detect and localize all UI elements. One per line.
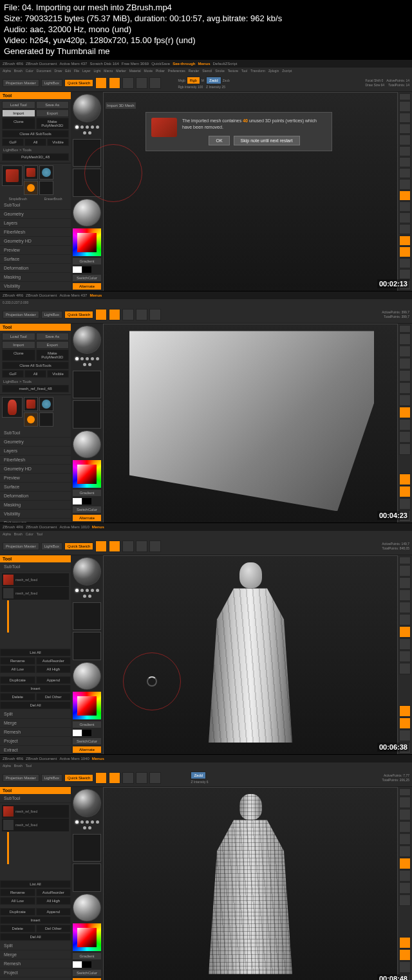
actual-icon[interactable]	[399, 124, 411, 134]
ok-button[interactable]: OK	[209, 136, 229, 145]
simplebrush-tool[interactable]	[24, 181, 38, 195]
import-tooltip: Import 3D Mesh	[106, 102, 136, 109]
load-tool-button[interactable]: Load Tool	[2, 101, 35, 109]
zadd-button[interactable]: Zadd	[206, 77, 221, 84]
tool-header[interactable]: Tool	[0, 92, 71, 99]
solo-icon[interactable]	[399, 269, 411, 279]
masking-menu[interactable]: Masking	[0, 273, 71, 282]
scale-icon[interactable]	[136, 77, 147, 89]
quicksketch-button[interactable]: Quick Sketch	[64, 79, 93, 87]
alternate-button[interactable]: Alternate	[73, 283, 101, 290]
right-toolbar	[398, 92, 412, 291]
sculpted-mesh-closeup	[129, 331, 374, 511]
frame-icon[interactable]	[399, 190, 411, 201]
floor-icon[interactable]	[399, 157, 411, 167]
save-as-button[interactable]: Save As	[36, 101, 70, 109]
preview-menu[interactable]: Preview	[0, 246, 71, 255]
stroke-dots[interactable]	[73, 124, 101, 137]
aahalf-icon[interactable]	[399, 134, 411, 145]
statue-sculpt	[202, 562, 299, 749]
gradient-button[interactable]: Gradient	[73, 258, 101, 264]
title-bar: ZBrush 4R6ZBrush DocumentActive Mem 437S…	[0, 60, 412, 68]
canvas[interactable]	[103, 324, 398, 522]
color-picker[interactable]	[73, 228, 101, 256]
eraserbrush-tool[interactable]	[39, 181, 53, 195]
swatch-secondary[interactable]	[82, 266, 91, 273]
close-subtools-button[interactable]: Close All SubTools	[2, 130, 69, 138]
subtool-menu[interactable]: SubTool	[0, 201, 71, 210]
tool-preview-main[interactable]	[2, 165, 23, 186]
file-info-header: File: 04. Importing our mesh into ZBrush…	[0, 0, 412, 59]
tool-panel: Tool Load ToolSave As ImportExport Clone…	[0, 92, 71, 291]
rotate-icon[interactable]	[399, 224, 411, 234]
dialog-mesh-icon	[151, 118, 177, 137]
statue-wireframe	[202, 794, 299, 980]
draw-icon[interactable]	[109, 77, 120, 89]
move-icon[interactable]	[399, 201, 411, 212]
fibermesh-menu[interactable]: FiberMesh	[0, 228, 71, 237]
skip-button[interactable]: Skip note until next restart	[234, 136, 300, 145]
import-dialog: The imported mesh containes 40 unused 3D…	[145, 112, 332, 151]
thumbnail-2: ZBrush 4R6ZBrush DocumentActive Mem 437M…	[0, 291, 412, 522]
deformation-menu[interactable]: Deformation	[0, 264, 71, 273]
switchcolor-button[interactable]: SwitchColor	[73, 275, 101, 281]
swatch-main[interactable]	[73, 266, 82, 273]
rgb-button[interactable]: Rgb	[187, 77, 200, 84]
subtool-item[interactable]: mesh_ref_fixed	[2, 587, 69, 600]
make-polymesh-button[interactable]: Make PolyMesh3D	[36, 118, 70, 129]
move-icon[interactable]	[122, 77, 134, 89]
layers-menu[interactable]: Layers	[0, 219, 71, 228]
lightbox-button[interactable]: LightBox	[41, 79, 62, 87]
clone-button[interactable]: Clone	[2, 118, 35, 129]
ghost-icon[interactable]	[399, 258, 411, 268]
bpr-icon[interactable]	[399, 93, 411, 100]
surface-menu[interactable]: Surface	[0, 255, 71, 264]
import-button[interactable]: Import	[2, 109, 35, 117]
thumbnail-3: ZBrush 4R6ZBrush DocumentActive Mem 1010…	[0, 522, 412, 754]
material-preview[interactable]	[73, 199, 101, 227]
canvas[interactable]	[103, 787, 398, 980]
lconst-icon[interactable]	[399, 179, 411, 189]
canvas[interactable]	[103, 555, 398, 754]
persp-icon[interactable]	[399, 146, 411, 156]
local-icon[interactable]	[399, 168, 411, 178]
transp-icon[interactable]	[399, 246, 411, 257]
top-toolbar: Projection Master LightBox Quick Sketch …	[0, 74, 412, 92]
scale-icon[interactable]	[399, 212, 411, 223]
rotate-icon[interactable]	[149, 77, 161, 89]
geometryhd-menu[interactable]: Geometry HD	[0, 237, 71, 246]
zoom-icon[interactable]	[399, 113, 411, 123]
visibility-menu[interactable]: Visibility	[0, 282, 71, 291]
polyf-icon[interactable]	[399, 236, 411, 246]
canvas[interactable]: Import 3D Mesh The imported mesh contain…	[103, 92, 398, 291]
timestamp: 00:02:13	[377, 279, 409, 288]
brush-cursor	[84, 144, 142, 202]
menu-bar[interactable]: AlphaBrushColorDocumentDrawEditFileLayer…	[0, 68, 412, 74]
thumbnail-1: ZBrush 4R6ZBrush DocumentActive Mem 437S…	[0, 59, 412, 291]
projection-master-button[interactable]: Projection Master	[3, 79, 39, 87]
thumbnail-4: ZBrush 4R6ZBrush DocumentActive Mem 1040…	[0, 754, 412, 980]
geometry-menu[interactable]: Geometry	[0, 210, 71, 219]
brush-preview[interactable]	[73, 94, 101, 122]
edit-icon[interactable]	[95, 77, 107, 89]
export-button[interactable]: Export	[36, 109, 70, 117]
scroll-icon[interactable]	[399, 101, 411, 111]
subtool-item[interactable]: mesh_ref_fixed	[2, 573, 69, 586]
